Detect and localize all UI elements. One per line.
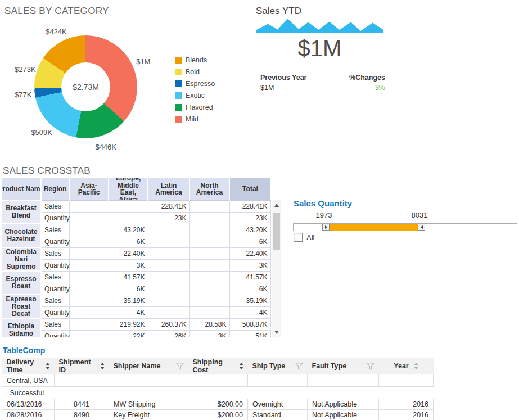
crosstab-row: Quantity 6K 6K	[2, 236, 270, 247]
crosstab-value-cell	[189, 306, 229, 318]
slider-track[interactable]	[293, 223, 517, 231]
crosstab-col-latin-america: Latin America	[148, 178, 189, 200]
crosstab-scrollbar[interactable]	[272, 200, 281, 337]
col-header-shipper-name[interactable]: Shipper Name	[109, 358, 188, 374]
legend-item-mild[interactable]: Mild	[175, 113, 215, 125]
crosstab-value-cell	[109, 200, 148, 212]
all-checkbox-label: All	[306, 233, 314, 242]
crosstab-value-cell: 228.41K	[148, 200, 189, 212]
crosstab-value-cell: 22K	[109, 330, 148, 337]
crosstab-col-region: Region	[41, 178, 69, 200]
donut-total-value: $2.73M	[73, 83, 99, 92]
crosstab-measure-cell: Sales	[41, 295, 69, 306]
legend-item-flavored[interactable]: Flavored	[175, 101, 215, 113]
crosstab-value-cell: 35.19K	[229, 295, 270, 306]
sales-quantity-filter: Sales Quantity 1973 8031 All	[293, 198, 518, 243]
col-label: Shipping Cost	[193, 358, 234, 374]
crosstab-value-cell	[69, 295, 109, 306]
scroll-up-button[interactable]	[272, 201, 281, 209]
crosstab-row: Quantity 22K 26K 3K 51K	[2, 330, 270, 337]
crosstab-row: Chocolate Hazelnut Sales 43.20K 43.20K	[2, 224, 270, 236]
cell-ship-type: Overnight	[248, 399, 308, 410]
legend-swatch	[175, 69, 182, 75]
legend-item-bold[interactable]: Bold	[175, 66, 215, 78]
dashboard-canvas: SALES BY CATEGORY SALES CROSSTAB $2.73M …	[0, 0, 519, 420]
crosstab-value-cell	[69, 271, 109, 283]
cell-fault-type: Not Applicable	[308, 399, 379, 410]
sort-icon[interactable]	[414, 363, 418, 369]
filter-icon[interactable]	[295, 363, 303, 370]
group-label-cell: Central, USA	[2, 374, 55, 387]
crosstab-measure-cell: Quantity	[41, 259, 69, 271]
empty-cell	[109, 374, 188, 387]
crosstab-value-cell	[189, 283, 229, 295]
cell-delivery-time: 06/13/2016	[2, 399, 55, 410]
crosstab-col-north-america: North America	[189, 178, 229, 200]
col-header-ship-type[interactable]: Ship Type	[248, 358, 308, 374]
crosstab-value-cell: 4K	[229, 306, 270, 318]
crosstab-value-cell	[189, 247, 229, 259]
slider-range-fill[interactable]	[330, 224, 418, 231]
crosstab-value-cell: 22.40K	[229, 247, 270, 259]
cell-shipper-name: MW Shipping	[109, 399, 188, 410]
sort-icon[interactable]	[239, 363, 243, 369]
sales-ytd-title: Sales YTD	[256, 6, 301, 17]
col-label: Shipper Name	[114, 362, 161, 370]
crosstab-measure-cell: Sales	[41, 271, 69, 283]
crosstab-value-cell	[189, 212, 229, 224]
legend-label: Mild	[186, 115, 198, 123]
crosstab-row: Quantity 23K 23K	[2, 212, 270, 224]
col-header-shipping-cost[interactable]: Shipping Cost	[188, 358, 248, 374]
slider-handle-right[interactable]	[418, 224, 425, 231]
legend-item-blends[interactable]: Blends	[175, 54, 215, 66]
crosstab-measure-cell: Quantity	[41, 306, 69, 318]
col-header-shipment-id[interactable]: Shipment ID	[55, 358, 109, 374]
crosstab-value-cell: 508.87K	[229, 318, 270, 330]
crosstab-value-cell	[69, 318, 109, 330]
crosstab-product-cell: Breakfast Blend	[2, 200, 41, 224]
crosstab-value-cell	[109, 212, 148, 224]
handle-arrow-icon	[421, 225, 423, 229]
previous-year-value: $1M	[260, 84, 306, 92]
donut-slice-label-exotic: $509K	[31, 128, 52, 136]
sales-ytd-meta: Previous Year $1M %Changes 3%	[256, 73, 385, 92]
crosstab-value-cell	[69, 330, 109, 337]
crosstab-measure-cell: Quantity	[41, 283, 69, 295]
sort-icon[interactable]	[100, 363, 105, 369]
cell-fault-type: Not Applicable	[308, 410, 379, 420]
donut-slice-label-espresso: $77K	[15, 91, 31, 99]
cell-year: 2016	[379, 399, 434, 410]
legend-item-espresso[interactable]: Espresso	[175, 78, 215, 89]
crosstab-value-cell	[148, 271, 189, 283]
legend-swatch	[175, 92, 182, 99]
empty-cell	[308, 374, 379, 387]
slider-handle-left[interactable]	[322, 224, 330, 231]
crosstab-value-cell: 43.20K	[229, 224, 270, 236]
scroll-down-icon	[274, 331, 279, 334]
crosstab-value-cell: 6K	[109, 236, 148, 247]
crosstab-measure-cell: Quantity	[41, 330, 69, 337]
col-header-fault-type[interactable]: Fault Type	[308, 358, 379, 374]
crosstab-value-cell: 6K	[229, 236, 270, 247]
legend-swatch	[175, 57, 182, 64]
filter-icon[interactable]	[367, 363, 374, 370]
sales-ytd-value: $1M	[256, 36, 383, 61]
all-checkbox-row: All	[294, 233, 314, 242]
scroll-down-button[interactable]	[272, 328, 281, 336]
legend-item-exotic[interactable]: Exotic	[175, 89, 215, 101]
col-header-delivery-time[interactable]: Delivery Time	[2, 358, 55, 374]
col-header-year[interactable]: Year	[379, 358, 434, 374]
crosstab-value-cell	[69, 306, 109, 318]
crosstab-value-cell: 219.92K	[109, 318, 148, 330]
cell-delivery-time: 08/28/2016	[2, 410, 55, 420]
all-checkbox[interactable]	[294, 233, 303, 242]
sort-icon[interactable]	[46, 363, 50, 369]
crosstab-value-cell: 43.20K	[109, 224, 148, 236]
subgroup-label-cell: Successful	[2, 387, 434, 399]
crosstab-value-cell: 35.19K	[109, 295, 148, 306]
crosstab-value-cell	[189, 200, 229, 212]
scroll-thumb[interactable]	[273, 213, 280, 250]
filter-icon[interactable]	[176, 363, 184, 370]
crosstab-value-cell	[189, 259, 229, 271]
crosstab-value-cell	[189, 224, 229, 236]
